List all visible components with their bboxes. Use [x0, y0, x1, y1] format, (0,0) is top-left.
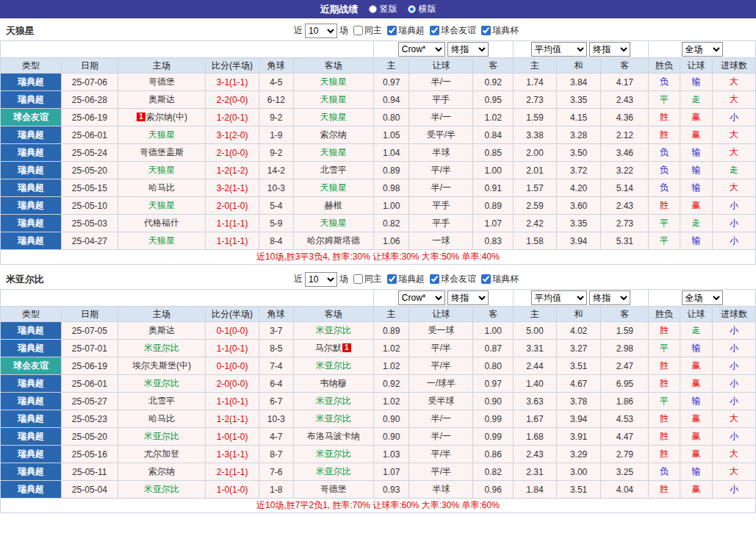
bookmaker-stage-select[interactable]: 终指	[447, 290, 489, 305]
games-label: 场	[339, 273, 348, 285]
away-team: 索尔纳	[293, 126, 373, 144]
match-score: 1-1(0-1)	[206, 340, 259, 357]
euro-odds-select[interactable]: 平均值	[531, 42, 587, 57]
checkbox-label: 瑞典杯	[492, 273, 519, 285]
scope-select[interactable]: 全场	[682, 290, 723, 305]
layout-option-vertical[interactable]: 竖版	[369, 3, 397, 15]
result-handicap: 赢	[680, 428, 713, 446]
asia-home-odds: 1.03	[373, 446, 409, 463]
swedish-cup-checkbox[interactable]	[481, 26, 491, 35]
away-team: 米亚尔比	[293, 393, 373, 410]
asia-handicap: 受平/半	[409, 126, 473, 144]
euro-home-odds: 3.63	[514, 393, 557, 410]
away-team: 米亚尔比	[293, 357, 373, 375]
allsvenskan-checkbox[interactable]	[387, 274, 397, 284]
layout-option-horizontal[interactable]: 横版	[408, 3, 436, 15]
home-team: 哥德堡盖斯	[118, 144, 205, 162]
radio-icon-horizontal[interactable]	[408, 5, 416, 13]
corner-count: 5-4	[259, 197, 294, 215]
euro-home-odds: 2.01	[514, 162, 557, 179]
euro-draw-odds: 3.94	[556, 410, 601, 428]
same-venue-checkbox[interactable]	[353, 26, 363, 35]
allsvenskan-checkbox[interactable]	[387, 26, 397, 35]
club-friendly-checkbox[interactable]	[430, 26, 439, 35]
bookmaker-select[interactable]: Crow*	[398, 42, 445, 57]
euro-draw-odds: 3.29	[556, 446, 601, 463]
home-team: 米亚尔比	[118, 340, 205, 357]
asia-odds-selects: Crow* 终指	[373, 290, 513, 307]
euro-draw-odds: 3.84	[556, 74, 601, 91]
radio-icon-vertical[interactable]	[369, 5, 377, 13]
scope-select[interactable]: 全场	[682, 42, 723, 57]
result-handicap: 输	[680, 74, 713, 91]
result-handicap: 走	[680, 322, 713, 340]
team-name: 米亚尔比	[6, 273, 44, 286]
match-count-select[interactable]: 10	[305, 24, 337, 38]
asia-handicap: 平/半	[409, 446, 473, 463]
bookmaker-select[interactable]: Crow*	[398, 290, 445, 305]
checkbox-swedish-cup[interactable]: 瑞典杯	[478, 24, 519, 37]
asia-handicap: 半/一	[409, 428, 473, 446]
asia-away-odds: 0.96	[473, 481, 514, 499]
section-header: 米亚尔比 近 10 场 同主 瑞典超 球会友谊 瑞典杯	[0, 269, 756, 289]
radio-label-horizontal: 横版	[419, 3, 436, 15]
euro-home-odds: 1.84	[514, 481, 557, 499]
column-header: 客	[473, 307, 514, 322]
corner-count: 8-5	[259, 340, 294, 357]
checkbox-swedish-cup[interactable]: 瑞典杯	[478, 273, 519, 285]
checkbox-allsvenskan[interactable]: 瑞典超	[384, 273, 425, 285]
result-outcome: 平	[649, 393, 680, 410]
match-count-select[interactable]: 10	[305, 272, 337, 287]
match-score: 2-0(1-0)	[206, 197, 259, 215]
match-score: 1-1(1-1)	[206, 232, 259, 250]
checkbox-label: 瑞典超	[398, 273, 425, 285]
euro-odds-select[interactable]: 平均值	[531, 290, 587, 305]
column-header: 主场	[118, 58, 205, 74]
asia-handicap: 半/一	[409, 74, 473, 91]
asia-home-odds: 1.02	[373, 393, 409, 410]
column-header: 日期	[61, 58, 118, 74]
column-header: 主	[373, 307, 409, 322]
column-header: 客场	[293, 58, 373, 74]
result-outcome: 胜	[649, 197, 680, 215]
league-type: 瑞典超	[1, 322, 62, 340]
blank-header-cell	[1, 41, 374, 58]
team-name-text: 天狼星	[320, 94, 347, 104]
swedish-cup-checkbox[interactable]	[481, 274, 491, 284]
column-header: 让球	[409, 58, 473, 74]
euro-away-odds: 2.43	[601, 91, 649, 109]
team-name-text: 埃尔夫斯堡(中)	[132, 360, 191, 371]
asia-home-odds: 1.02	[373, 357, 409, 375]
checkbox-club-friendly[interactable]: 球会友谊	[427, 273, 476, 285]
checkbox-same-venue[interactable]: 同主	[350, 24, 382, 37]
result-handicap: 输	[680, 144, 713, 162]
match-row: 瑞典超25-07-06哥德堡3-1(1-1)4-5天狼星0.97半/一0.921…	[1, 74, 756, 91]
checkbox-same-venue[interactable]: 同主	[350, 273, 382, 285]
euro-stage-select[interactable]: 终指	[589, 290, 630, 305]
match-row: 瑞典超25-05-10天狼星2-0(1-0)5-4赫根1.00平手0.892.5…	[1, 197, 756, 215]
asia-handicap: 半/一	[409, 179, 473, 197]
checkbox-club-friendly[interactable]: 球会友谊	[427, 24, 476, 37]
same-venue-checkbox[interactable]	[353, 274, 363, 284]
euro-away-odds: 1.59	[601, 322, 649, 340]
asia-handicap: 平/半	[409, 357, 473, 375]
away-team: 米亚尔比	[293, 322, 373, 340]
asia-away-odds: 0.99	[473, 410, 514, 428]
league-type: 球会友谊	[1, 109, 62, 126]
league-type: 球会友谊	[1, 357, 62, 375]
club-friendly-checkbox[interactable]	[430, 274, 439, 284]
result-outcome: 平	[649, 215, 680, 232]
match-date: 25-05-10	[61, 197, 118, 215]
euro-home-odds: 3.38	[514, 126, 557, 144]
checkbox-allsvenskan[interactable]: 瑞典超	[384, 24, 425, 37]
asia-away-odds: 0.80	[473, 357, 514, 375]
result-goals: 小	[713, 215, 756, 232]
bookmaker-stage-select[interactable]: 终指	[447, 42, 489, 57]
league-type: 瑞典超	[1, 197, 62, 215]
home-team: 哈马比	[118, 410, 205, 428]
near-label: 近	[294, 24, 303, 37]
home-team: 1索尔纳(中)	[118, 109, 205, 126]
match-score: 3-2(1-1)	[206, 179, 259, 197]
corner-count: 14-2	[259, 162, 294, 179]
euro-stage-select[interactable]: 终指	[589, 42, 630, 57]
